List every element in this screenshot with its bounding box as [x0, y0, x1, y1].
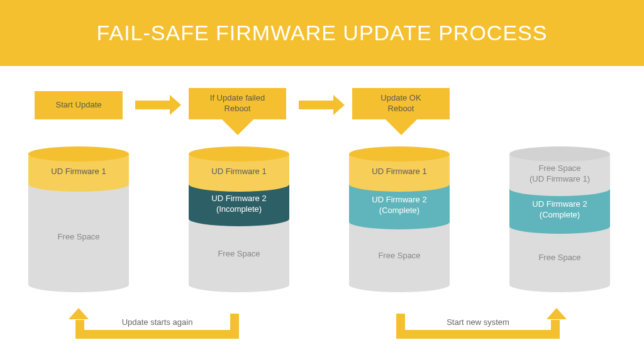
arrow-update-starts-again: [75, 330, 239, 339]
callout-label: Update OK: [380, 93, 421, 104]
cylinder-top: [349, 146, 450, 162]
arrow-icon: [299, 101, 333, 109]
segment-free-space: Free Space: [349, 222, 450, 285]
cylinder-top: [28, 146, 129, 162]
cylinder-failed-state: UD Firmware 1 UD Firmware 2 (Incomplete)…: [189, 154, 289, 285]
page-title: FAIL-SAFE FIRMWARE UPDATE PROCESS: [97, 21, 548, 45]
label-start-new-system: Start new system: [415, 317, 541, 327]
callout-label: Reboot: [388, 104, 414, 114]
segment-label: Free Space: [57, 227, 99, 243]
segment-label: UD Firmware 2 (Incomplete): [211, 189, 266, 215]
segment-label: UD Firmware 1: [51, 162, 106, 177]
callout-label: Reboot: [225, 104, 251, 114]
segment-label: UD Firmware 1: [372, 162, 426, 177]
cylinder-ok-state: UD Firmware 1 UD Firmware 2 (Complete) F…: [349, 154, 450, 285]
arrow-icon: [135, 101, 170, 109]
callout-update-ok: Update OK Reboot: [352, 88, 450, 119]
segment-label: Free Space (UD Firmware 1): [530, 158, 590, 185]
cylinder-top: [189, 146, 289, 162]
cylinder-initial-state: UD Firmware 1 Free Space: [28, 154, 129, 285]
callout-label: Start Update: [56, 100, 102, 111]
segment-firmware2-complete: UD Firmware 2 (Complete): [349, 184, 450, 222]
segment-free-space: Free Space: [509, 226, 610, 285]
arrow-start-new-system: [396, 330, 560, 339]
label-update-starts-again: Update starts again: [94, 317, 220, 327]
callout-update-failed: If Update failed Reboot: [189, 88, 286, 119]
cylinder-top: [509, 146, 610, 162]
segment-label: UD Firmware 2 (Complete): [372, 190, 426, 216]
segment-label: Free Space: [378, 246, 420, 261]
segment-free-space: Free Space: [189, 219, 289, 285]
header-banner: FAIL-SAFE FIRMWARE UPDATE PROCESS: [0, 0, 644, 66]
cylinder-final-state: Free Space (UD Firmware 1) UD Firmware 2…: [509, 154, 610, 285]
segment-label: Free Space: [218, 244, 260, 260]
segment-label: UD Firmware 2 (Complete): [532, 194, 587, 221]
callout-label: If Update failed: [210, 93, 265, 104]
segment-free-space: Free Space: [28, 184, 129, 285]
segment-firmware2-complete: UD Firmware 2 (Complete): [509, 189, 610, 226]
segment-label: Free Space: [538, 248, 580, 263]
segment-label: UD Firmware 1: [211, 162, 266, 177]
callout-start-update: Start Update: [35, 91, 123, 119]
diagram-area: Start Update If Update failed Reboot Upd…: [0, 66, 644, 362]
